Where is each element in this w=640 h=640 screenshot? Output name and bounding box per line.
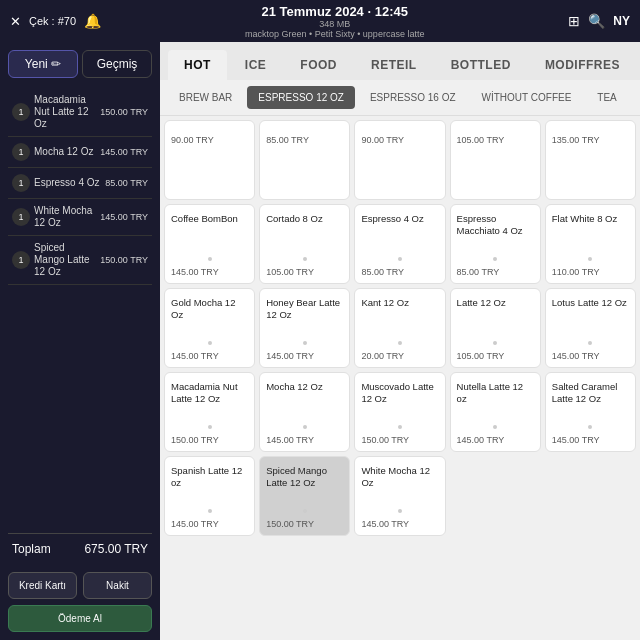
product-dot (208, 257, 212, 261)
payment-button[interactable]: Ödeme Al (8, 605, 152, 632)
sub-tab-tea[interactable]: TEA (586, 86, 627, 109)
product-card[interactable]: Coffee BomBon 145.00 TRY (164, 204, 255, 284)
cat-tab-reteil[interactable]: RETEIL (355, 50, 433, 80)
total-label: Toplam (12, 542, 51, 556)
product-dot (493, 341, 497, 345)
product-price: 150.00 TRY (266, 519, 343, 529)
product-card[interactable]: Flat White 8 Oz 110.00 TRY (545, 204, 636, 284)
left-panel: Yeni ✏ Geçmiş 1 Macadamia Nut Latte 12 O… (0, 42, 160, 640)
product-card[interactable]: Cortado 8 Oz 105.00 TRY (259, 204, 350, 284)
cash-button[interactable]: Nakit (83, 572, 152, 599)
product-name: Lotus Latte 12 Oz (552, 297, 629, 337)
grid-icon[interactable]: ⊞ (568, 13, 580, 29)
product-card[interactable]: Muscovado Latte 12 Oz 150.00 TRY (354, 372, 445, 452)
product-name: Flat White 8 Oz (552, 213, 629, 253)
sub-tab-espresso16[interactable]: ESPRESSO 16 OZ (359, 86, 467, 109)
products-area: 90.00 TRY85.00 TRY90.00 TRY105.00 TRY135… (160, 116, 640, 640)
product-card[interactable]: White Mocha 12 Oz 145.00 TRY (354, 456, 445, 536)
product-card[interactable]: Lotus Latte 12 Oz 145.00 TRY (545, 288, 636, 368)
product-card[interactable]: Spanish Latte 12 oz 145.00 TRY (164, 456, 255, 536)
total-amount: 675.00 TRY (84, 542, 148, 556)
product-price: 20.00 TRY (361, 351, 438, 361)
price-header-card: 90.00 TRY (354, 120, 445, 200)
sub-tab-withoutcoffee[interactable]: WİTHOUT COFFEE (471, 86, 583, 109)
product-name: Gold Mocha 12 Oz (171, 297, 248, 337)
cat-tab-bottled[interactable]: BOTTLED (435, 50, 527, 80)
cat-tab-ice[interactable]: ICE (229, 50, 283, 80)
cat-tab-hot[interactable]: HOT (168, 50, 227, 80)
price-header-card: 105.00 TRY (450, 120, 541, 200)
cat-tab-food[interactable]: FOOD (284, 50, 353, 80)
product-card[interactable]: Kant 12 Oz 20.00 TRY (354, 288, 445, 368)
product-card[interactable]: Nutella Latte 12 oz 145.00 TRY (450, 372, 541, 452)
category-tabs: HOTICEFOODRETEILBOTTLEDMODIFFRES (160, 42, 640, 80)
cat-tab-modiffres[interactable]: MODIFFRES (529, 50, 636, 80)
product-price: 145.00 TRY (457, 435, 534, 445)
search-icon[interactable]: 🔍 (588, 13, 605, 29)
product-dot (303, 425, 307, 429)
order-item[interactable]: 1 White Mocha 12 Oz 145.00 TRY (8, 199, 152, 236)
battery-info: 348 MB (319, 19, 350, 29)
sub-info: macktop Green • Petit Sixty • uppercase … (245, 29, 424, 39)
credit-card-button[interactable]: Kredi Kartı (8, 572, 77, 599)
user-label[interactable]: NY (613, 14, 630, 28)
product-card[interactable]: Spiced Mango Latte 12 Oz 150.00 TRY (259, 456, 350, 536)
product-card[interactable]: Mocha 12 Oz 145.00 TRY (259, 372, 350, 452)
order-item[interactable]: 1 Spiced Mango Latte 12 Oz 150.00 TRY (8, 236, 152, 285)
item-price: 85.00 TRY (105, 178, 148, 188)
sub-tab-brewbar[interactable]: BREW BAR (168, 86, 243, 109)
top-bar: ✕ Çek : #70 🔔 21 Temmuz 2024 · 12:45 348… (0, 0, 640, 42)
product-name: Spiced Mango Latte 12 Oz (266, 465, 343, 505)
product-card[interactable]: Latte 12 Oz 105.00 TRY (450, 288, 541, 368)
order-item[interactable]: 1 Macadamia Nut Latte 12 Oz 150.00 TRY (8, 88, 152, 137)
product-dot (398, 425, 402, 429)
tab-gecmis[interactable]: Geçmiş (82, 50, 152, 78)
item-qty: 1 (12, 103, 30, 121)
product-card[interactable]: Espresso Macchiato 4 Oz 85.00 TRY (450, 204, 541, 284)
product-card[interactable]: Macadamia Nut Latte 12 Oz 150.00 TRY (164, 372, 255, 452)
product-name: Macadamia Nut Latte 12 Oz (171, 381, 248, 421)
product-name: Espresso Macchiato 4 Oz (457, 213, 534, 253)
sub-tab-espresso12[interactable]: ESPRESSO 12 OZ (247, 86, 355, 109)
item-name: Spiced Mango Latte 12 Oz (34, 242, 96, 278)
product-name: Salted Caramel Latte 12 Oz (552, 381, 629, 421)
order-item[interactable]: 1 Mocha 12 Oz 145.00 TRY (8, 137, 152, 168)
product-dot (208, 341, 212, 345)
product-price: 145.00 TRY (552, 435, 629, 445)
product-card[interactable]: Salted Caramel Latte 12 Oz 145.00 TRY (545, 372, 636, 452)
product-price: 145.00 TRY (171, 519, 248, 529)
product-price: 110.00 TRY (552, 267, 629, 277)
product-name: Kant 12 Oz (361, 297, 438, 337)
product-price: 145.00 TRY (171, 351, 248, 361)
edit-icon: ✏ (51, 57, 61, 71)
product-name: Spanish Latte 12 oz (171, 465, 248, 505)
product-price: 85.00 TRY (457, 267, 534, 277)
product-name: Nutella Latte 12 oz (457, 381, 534, 421)
product-price: 105.00 TRY (457, 351, 534, 361)
product-card[interactable]: Gold Mocha 12 Oz 145.00 TRY (164, 288, 255, 368)
product-dot (303, 341, 307, 345)
product-dot (303, 509, 307, 513)
order-items-list: 1 Macadamia Nut Latte 12 Oz 150.00 TRY 1… (8, 88, 152, 525)
product-name: Muscovado Latte 12 Oz (361, 381, 438, 421)
item-name: Mocha 12 Oz (34, 146, 96, 158)
item-price: 150.00 TRY (100, 255, 148, 265)
product-price: 145.00 TRY (361, 519, 438, 529)
product-name: White Mocha 12 Oz (361, 465, 438, 505)
check-label: Çek : #70 (29, 15, 76, 27)
products-grid: 90.00 TRY85.00 TRY90.00 TRY105.00 TRY135… (164, 120, 636, 536)
tab-yeni[interactable]: Yeni ✏ (8, 50, 78, 78)
product-name: Cortado 8 Oz (266, 213, 343, 253)
order-item[interactable]: 1 Espresso 4 Oz 85.00 TRY (8, 168, 152, 199)
total-row: Toplam 675.00 TRY (8, 533, 152, 564)
product-card[interactable]: Espresso 4 Oz 85.00 TRY (354, 204, 445, 284)
product-dot (588, 341, 592, 345)
product-dot (398, 257, 402, 261)
bell-icon[interactable]: 🔔 (84, 13, 101, 29)
product-card[interactable]: Honey Bear Latte 12 Oz 145.00 TRY (259, 288, 350, 368)
product-name: Latte 12 Oz (457, 297, 534, 337)
item-qty: 1 (12, 208, 30, 226)
close-icon[interactable]: ✕ (10, 14, 21, 29)
product-price: 150.00 TRY (361, 435, 438, 445)
product-price: 145.00 TRY (266, 435, 343, 445)
